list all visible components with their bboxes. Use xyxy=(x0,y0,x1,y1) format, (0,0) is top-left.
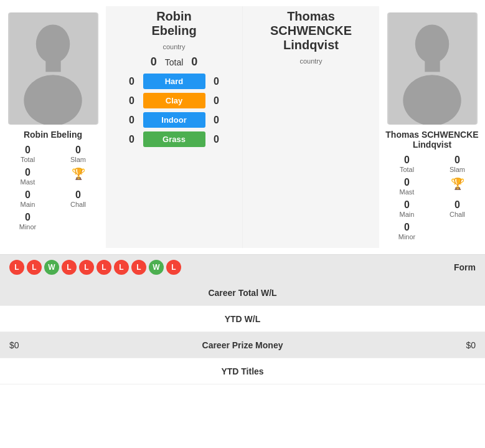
form-badge-0: L xyxy=(9,260,24,275)
player1-total-value: 0 xyxy=(25,145,31,156)
player2-card: Thomas SCHWENCKE Lindqvist 0 Total 0 Sla… xyxy=(379,6,485,248)
player1-trophy-icon: 🏆 xyxy=(72,167,85,181)
svg-point-5 xyxy=(415,24,448,63)
player2-trophy-cell: 🏆 xyxy=(433,176,482,197)
ytd-titles-label: YTD Titles xyxy=(84,366,401,376)
hard-right: 0 xyxy=(210,76,223,87)
career-prize-right: $0 xyxy=(401,340,476,350)
player1-total-label: Total xyxy=(21,156,35,163)
indoor-left: 0 xyxy=(126,115,138,126)
player1-total-cell: 0 Total xyxy=(3,143,52,164)
clay-left: 0 xyxy=(126,95,138,107)
player2-country: country xyxy=(299,57,322,65)
indoor-right: 0 xyxy=(210,115,223,126)
player1-card: Robin Ebeling 0 Total 0 Slam 0 Mast 🏆 xyxy=(0,6,106,248)
form-badge-9: L xyxy=(166,260,181,275)
ytd-wl-label: YTD W/L xyxy=(84,314,401,324)
players-section: Robin Ebeling 0 Total 0 Slam 0 Mast 🏆 xyxy=(0,0,485,255)
player2-chall-label: Chall xyxy=(450,211,465,218)
player2-main-value: 0 xyxy=(404,199,410,211)
form-badge-2: W xyxy=(44,260,59,275)
svg-point-3 xyxy=(24,75,82,125)
career-prize-label: Career Prize Money xyxy=(84,340,401,350)
main-container: Robin Ebeling 0 Total 0 Slam 0 Mast 🏆 xyxy=(0,0,485,384)
player2-avatar xyxy=(387,12,478,125)
player2-mast-cell: 0 Mast xyxy=(382,176,431,197)
player1-minor-label: Minor xyxy=(19,223,37,231)
player1-trophy-cell: 🏆 xyxy=(54,166,103,187)
player2-main-cell: 0 Main xyxy=(382,198,431,219)
player1-mast-value: 0 xyxy=(25,167,31,178)
player2-minor-cell: 0 Minor xyxy=(382,221,431,242)
grass-left: 0 xyxy=(126,134,138,145)
player1-slam-cell: 0 Slam xyxy=(54,143,103,164)
player2-name: Thomas SCHWENCKE Lindqvist xyxy=(382,130,482,150)
clay-right: 0 xyxy=(210,95,223,107)
player2-slam-cell: 0 Slam xyxy=(433,153,482,174)
player2-total-cell: 0 Total xyxy=(382,153,431,174)
form-badge-5: L xyxy=(97,260,111,275)
indoor-button[interactable]: Indoor xyxy=(143,112,205,128)
clay-row: 0 Clay 0 xyxy=(112,93,236,108)
svg-point-7 xyxy=(403,75,461,125)
svg-rect-6 xyxy=(425,61,440,72)
player2-total-value: 0 xyxy=(404,155,410,166)
player1-name: Robin Ebeling xyxy=(24,130,82,140)
total-label: Total xyxy=(165,57,184,67)
form-section: L L W L L L L L W L Form xyxy=(0,255,485,280)
grass-right: 0 xyxy=(210,134,223,145)
career-prize-row: $0 Career Prize Money $0 xyxy=(0,332,485,358)
career-prize-left: $0 xyxy=(9,340,84,350)
player1-chall-cell: 0 Chall xyxy=(54,188,103,209)
form-badge-6: L xyxy=(114,260,129,275)
form-badge-8: W xyxy=(149,260,164,275)
player1-minor-cell: 0 Minor xyxy=(3,211,52,232)
career-total-wl-row: Career Total W/L xyxy=(0,280,485,306)
form-badge-3: L xyxy=(62,260,77,275)
player1-avatar xyxy=(8,12,98,125)
player1-main-label: Main xyxy=(21,201,35,208)
total-row: 0 Total 0 xyxy=(148,55,201,69)
player1-main-cell: 0 Main xyxy=(3,188,52,209)
svg-rect-2 xyxy=(45,61,60,72)
player1-chall-label: Chall xyxy=(70,201,86,208)
clay-button[interactable]: Clay xyxy=(143,93,205,108)
player1-title: RobinEbeling xyxy=(151,9,196,38)
form-badge-7: L xyxy=(131,260,146,275)
player1-slam-label: Slam xyxy=(70,156,86,163)
player2-center-panel: ThomasSCHWENCKELindqvist country xyxy=(242,6,379,248)
total-right: 0 xyxy=(188,55,200,69)
player2-main-label: Main xyxy=(400,211,415,218)
player1-minor-value: 0 xyxy=(25,212,31,223)
svg-point-1 xyxy=(35,24,69,63)
player2-stats: 0 Total 0 Slam 0 Mast 🏆 0 Main xyxy=(382,153,482,242)
hard-button[interactable]: Hard xyxy=(143,74,205,89)
grass-button[interactable]: Grass xyxy=(143,131,205,147)
player2-mast-value: 0 xyxy=(404,177,410,188)
player1-chall-value: 0 xyxy=(75,189,81,201)
player1-stats: 0 Total 0 Slam 0 Mast 🏆 0 Main xyxy=(3,143,103,232)
form-badge-1: L xyxy=(27,260,42,275)
player1-mast-label: Mast xyxy=(21,178,35,186)
player2-trophy-icon: 🏆 xyxy=(451,177,464,191)
player2-slam-value: 0 xyxy=(454,155,460,166)
player2-minor-value: 0 xyxy=(404,222,410,233)
career-total-wl-label: Career Total W/L xyxy=(84,288,401,298)
player1-main-value: 0 xyxy=(25,189,31,201)
ytd-wl-row: YTD W/L xyxy=(0,306,485,332)
player1-mast-cell: 0 Mast xyxy=(3,166,52,187)
player2-minor-label: Minor xyxy=(398,233,416,241)
player2-chall-cell: 0 Chall xyxy=(433,198,482,219)
player1-slam-value: 0 xyxy=(75,145,81,156)
center-panel: RobinEbeling country 0 Total 0 0 Hard 0 … xyxy=(106,6,242,248)
form-label: Form xyxy=(454,262,476,272)
player2-title: ThomasSCHWENCKELindqvist xyxy=(270,9,352,52)
hard-left: 0 xyxy=(126,76,138,87)
player2-chall-value: 0 xyxy=(454,199,460,211)
ytd-titles-row: YTD Titles xyxy=(0,358,485,384)
form-badge-4: L xyxy=(79,260,94,275)
total-left: 0 xyxy=(148,55,160,69)
player2-mast-label: Mast xyxy=(400,188,415,196)
grass-row: 0 Grass 0 xyxy=(112,131,236,147)
indoor-row: 0 Indoor 0 xyxy=(112,112,236,128)
